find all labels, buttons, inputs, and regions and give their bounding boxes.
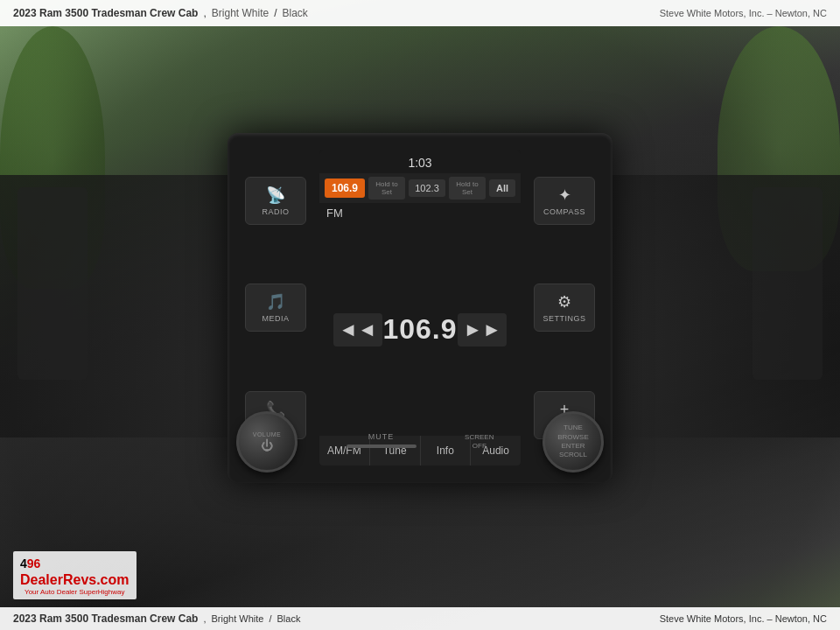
settings-button[interactable]: ⚙ SETTINGS bbox=[534, 284, 595, 332]
volume-knob[interactable]: VOLUME ⏻ bbox=[236, 411, 298, 472]
forward-button[interactable]: ►► bbox=[458, 313, 507, 346]
vehicle-title: 2023 Ram 3500 Tradesman Crew Cab bbox=[13, 7, 198, 19]
watermark-main-text: 496 bbox=[20, 555, 130, 572]
preset1-item[interactable]: Hold to Set bbox=[368, 177, 405, 200]
bottom-controls-row: VOLUME ⏻ MUTE SCREENOFF TUNEBROWSEENTERS… bbox=[236, 411, 604, 472]
volume-label: VOLUME bbox=[253, 431, 282, 438]
power-icon: ⏻ bbox=[261, 438, 273, 452]
preset1-hold: Hold to Set bbox=[372, 180, 402, 196]
preset2-hold: Hold to Set bbox=[452, 180, 482, 196]
header-slash: / bbox=[274, 7, 276, 19]
media-button[interactable]: 🎵 MEDIA bbox=[245, 284, 306, 332]
vent-right bbox=[752, 187, 822, 380]
tune-knob-area: TUNEBROWSEENTERSCROLL bbox=[542, 411, 604, 472]
preset2-hold-item[interactable]: Hold to Set bbox=[449, 177, 486, 200]
watermark: 496 DealerRevs.com Your Auto Dealer Supe… bbox=[13, 551, 136, 599]
current-frequency: 106.9 bbox=[382, 313, 457, 346]
tune-label: TUNEBROWSEENTERSCROLL bbox=[557, 424, 589, 460]
bottom-interior: Black bbox=[277, 613, 301, 624]
band-label: FM bbox=[319, 203, 521, 223]
tune-knob-labels: TUNEBROWSEENTERSCROLL bbox=[557, 424, 589, 460]
screen-off-button[interactable]: SCREENOFF bbox=[465, 433, 494, 452]
compass-label: COMPASS bbox=[543, 207, 585, 216]
header-dealer: Steve White Motors, Inc. – Newton, NC bbox=[660, 8, 827, 18]
compass-icon: ✦ bbox=[558, 186, 571, 205]
preset2-item[interactable]: 102.3 bbox=[409, 179, 445, 197]
bottom-exterior: Bright White bbox=[212, 613, 264, 624]
header-sep: , bbox=[203, 7, 206, 19]
radio-label: RADIO bbox=[262, 207, 289, 216]
tune-knob[interactable]: TUNEBROWSEENTERSCROLL bbox=[542, 411, 604, 472]
presets-row: 106.9 Hold to Set 102.3 Hold to Set All bbox=[319, 173, 521, 203]
bottom-sep: , bbox=[203, 613, 206, 624]
rewind-button[interactable]: ◄◄ bbox=[333, 313, 382, 346]
media-label: MEDIA bbox=[262, 314, 289, 323]
bottom-title: 2023 Ram 3500 Tradesman Crew Cab bbox=[13, 612, 198, 625]
slider-track bbox=[346, 444, 416, 448]
radio-icon: 📡 bbox=[266, 186, 285, 205]
settings-label: SETTINGS bbox=[542, 314, 585, 323]
active-preset[interactable]: 106.9 bbox=[325, 178, 365, 198]
header-exterior-color: Bright White bbox=[212, 7, 269, 19]
watermark-domain: DealerRevs.com bbox=[20, 572, 130, 588]
bottom-left: 2023 Ram 3500 Tradesman Crew Cab , Brigh… bbox=[13, 612, 300, 625]
screen-main-area: ◄◄ 106.9 ►► bbox=[319, 223, 521, 436]
compass-button[interactable]: ✦ COMPASS bbox=[534, 177, 595, 225]
bottom-slash: / bbox=[269, 613, 271, 624]
watermark-box: 496 DealerRevs.com Your Auto Dealer Supe… bbox=[13, 551, 136, 599]
volume-knob-area: VOLUME ⏻ bbox=[236, 411, 298, 472]
media-icon: 🎵 bbox=[266, 292, 285, 312]
screen-time: 1:03 bbox=[319, 150, 521, 173]
radio-button[interactable]: 📡 RADIO bbox=[245, 177, 306, 225]
bottom-dealer: Steve White Motors, Inc. – Newton, NC bbox=[660, 613, 827, 624]
watermark-subtitle: Your Auto Dealer SuperHighway bbox=[20, 588, 130, 596]
header-interior-color: Black bbox=[283, 7, 308, 19]
mute-button[interactable]: MUTE bbox=[346, 432, 416, 452]
vent-left bbox=[18, 187, 88, 380]
mute-label: MUTE bbox=[368, 432, 395, 441]
preset2-freq: 102.3 bbox=[415, 183, 439, 193]
header-bar: 2023 Ram 3500 Tradesman Crew Cab , Brigh… bbox=[0, 0, 840, 26]
header-left: 2023 Ram 3500 Tradesman Crew Cab , Brigh… bbox=[13, 7, 308, 19]
screen-off-label: SCREENOFF bbox=[465, 433, 494, 452]
all-presets-button[interactable]: All bbox=[489, 179, 515, 197]
settings-icon: ⚙ bbox=[557, 292, 571, 312]
bottom-bar: 2023 Ram 3500 Tradesman Crew Cab , Brigh… bbox=[0, 607, 840, 630]
